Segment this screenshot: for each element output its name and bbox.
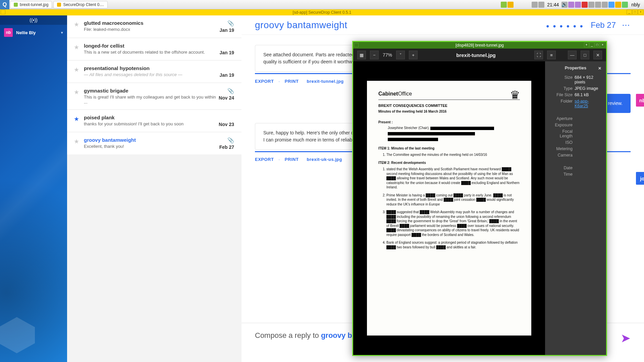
star-icon[interactable]: ★: [74, 44, 79, 55]
close-button[interactable]: ×: [638, 10, 643, 14]
window-titlebar[interactable]: [sd-app] SecureDrop Client 0.5.1 _ □ ×: [0, 9, 644, 15]
properties-panel: Properties✕ Size684 × 912 pixels TypeJPE…: [545, 61, 606, 355]
gallery-button[interactable]: ▦: [357, 51, 366, 59]
star-icon[interactable]: ★: [74, 115, 79, 127]
tray-icon[interactable]: [608, 2, 614, 8]
prop-time: Time: [550, 172, 575, 177]
source-item[interactable]: ★gymnastic brigadeThis is great! I'll sh…: [67, 83, 241, 110]
paperclip-icon: 📎: [219, 137, 234, 143]
prop-metering: Metering: [550, 146, 575, 151]
window-menu-icon[interactable]: [1, 10, 5, 14]
window-minimize-button[interactable]: —: [568, 51, 577, 59]
minimize-button[interactable]: _: [627, 10, 632, 14]
close-panel-button[interactable]: ✕: [598, 66, 601, 71]
signal-icon[interactable]: [582, 2, 588, 8]
username-label[interactable]: nbly: [629, 2, 643, 7]
source-preview: This is a new set of documents related t…: [84, 50, 219, 55]
pin-button[interactable]: +: [584, 43, 589, 47]
maximize-button[interactable]: □: [632, 10, 638, 14]
source-list[interactable]: ★glutted macroeconomicsFile: leaked-memo…: [67, 15, 241, 362]
source-item[interactable]: ★presentational hypotension— All files a…: [67, 61, 241, 83]
document-text: Bank of England sources suggest: a prolo…: [386, 240, 520, 249]
last-activity-date: ● ● ● ● ● ●Feb 27: [546, 20, 616, 30]
star-icon[interactable]: ★: [74, 66, 79, 78]
document-text: stated that the Welsh Assembly and Scott…: [386, 167, 520, 190]
document-text: Prime Minister is having a ████ coming o…: [386, 193, 520, 207]
taskbar-tab[interactable]: brexit-tunnel.jpg: [10, 1, 52, 8]
image-viewer-window[interactable]: [disp4828] brexit-tunnel.jpg + _ □ × ▦ −…: [352, 41, 607, 356]
star-icon[interactable]: ★: [74, 21, 79, 33]
source-item[interactable]: ★poised plankthanks for your submission!…: [67, 110, 241, 132]
document-page: ♛ CabinetOffice BREXIT CONSEQUENCES COMM…: [367, 81, 531, 336]
prop-folder-link[interactable]: sd-app-K6ar25: [575, 99, 589, 108]
taskbar-tab[interactable]: SecureDrop Client 0....: [53, 1, 107, 8]
image-canvas[interactable]: ♛ CabinetOffice BREXIT CONSEQUENCES COMM…: [353, 61, 545, 355]
prop-camera: Camera: [550, 153, 575, 158]
document-text: The Committee agreed the minutes of the …: [386, 153, 520, 157]
tray-icon[interactable]: [538, 2, 544, 8]
attachment-filename[interactable]: brexit-tunnel.jpg: [307, 79, 343, 84]
send-button[interactable]: ➤: [621, 331, 631, 345]
tray-icon[interactable]: [615, 2, 621, 8]
tor-icon[interactable]: [575, 2, 581, 8]
hamburger-menu-button[interactable]: ≡: [547, 51, 556, 59]
chevron-down-icon: ▾: [61, 31, 63, 35]
source-preview: File: leaked-memo.docx: [84, 27, 219, 32]
tray-icon[interactable]: [595, 2, 601, 8]
royal-crest-icon: ♛: [510, 87, 520, 103]
user-menu[interactable]: nb Nellie Bly ▾: [0, 25, 67, 40]
print-button[interactable]: PRINT: [285, 79, 299, 84]
export-button[interactable]: EXPORT: [255, 79, 274, 84]
qubes-icon[interactable]: Q: [0, 0, 9, 9]
source-preview: This is great! I'll share with my collea…: [84, 95, 219, 105]
viewer-toolbar: ▦ − 77% ˅ + brexit-tunnel.jpg ⛶ ≡ — □ ✕: [353, 49, 606, 61]
clock: 21:44: [545, 2, 561, 7]
viewer-titlebar[interactable]: [disp4828] brexit-tunnel.jpg + _ □ ×: [353, 42, 606, 49]
source-preview: — All files and messages deleted for thi…: [84, 72, 219, 77]
sync-status[interactable]: ((•)): [0, 15, 67, 25]
attachment-filename[interactable]: brexit-uk-us.jpg: [307, 157, 342, 162]
print-button[interactable]: PRINT: [285, 157, 299, 162]
source-date: Jan 19: [219, 27, 234, 33]
viewer-filename: brexit-tunnel.jpg: [422, 52, 530, 58]
zoom-out-button[interactable]: −: [370, 51, 379, 59]
star-icon[interactable]: ★: [74, 138, 79, 150]
source-date: Nov 23: [219, 122, 234, 127]
export-button[interactable]: EXPORT: [255, 157, 274, 162]
window-close-button[interactable]: ✕: [593, 51, 602, 59]
user-avatar: nb: [4, 28, 13, 37]
properties-title: Properties: [565, 65, 586, 70]
more-actions-button[interactable]: ⋯: [622, 20, 631, 30]
prop-exposure: Exposure: [550, 123, 575, 127]
source-item[interactable]: ★longed-for cellistThis is a new set of …: [67, 38, 241, 60]
tray-icon[interactable]: [602, 2, 608, 8]
battery-icon[interactable]: [622, 2, 628, 8]
conversation-title: groovy bantamweight: [255, 20, 347, 31]
prop-type: JPEG image: [575, 86, 601, 91]
prop-aperture: Aperture: [550, 116, 575, 121]
fullscreen-button[interactable]: ⛶: [534, 51, 543, 59]
source-item[interactable]: ★groovy bantamweightExcellent, thank you…: [67, 132, 241, 155]
paperclip-icon: 📎: [219, 20, 234, 26]
window-maximize-button[interactable]: □: [581, 51, 589, 59]
maximize-button[interactable]: □: [595, 43, 600, 47]
zoom-in-button[interactable]: +: [409, 51, 418, 59]
svg-marker-0: [0, 317, 35, 353]
volume-icon[interactable]: 🔊: [561, 2, 568, 8]
window-menu-icon[interactable]: [354, 43, 359, 47]
system-tray: 21:44 🔊 nbly: [499, 2, 644, 8]
tray-icon[interactable]: [507, 2, 514, 8]
tray-icon[interactable]: [588, 2, 594, 8]
star-icon[interactable]: ★: [74, 88, 79, 105]
securedrop-logo: [0, 315, 37, 355]
close-button[interactable]: ×: [600, 43, 605, 47]
tray-icon[interactable]: [532, 2, 538, 8]
prop-iso: ISO: [550, 140, 575, 145]
zoom-dropdown[interactable]: ˅: [396, 51, 405, 59]
source-item[interactable]: ★glutted macroeconomicsFile: leaked-memo…: [67, 15, 241, 38]
tor-icon[interactable]: [568, 2, 574, 8]
minimize-button[interactable]: _: [589, 43, 594, 47]
tray-icon[interactable]: [501, 2, 507, 8]
source-name: glutted macroeconomics: [84, 20, 219, 26]
conversation-header: groovy bantamweight ● ● ● ● ● ●Feb 27 ⋯: [241, 15, 644, 35]
